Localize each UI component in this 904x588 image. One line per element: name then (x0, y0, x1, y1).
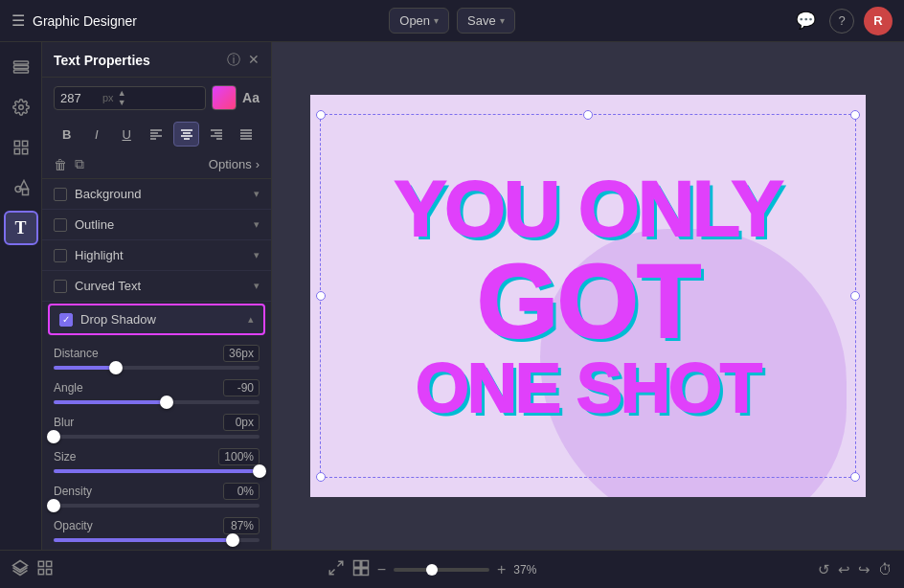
section-background[interactable]: Background ▾ (42, 179, 271, 210)
density-value: 0% (223, 483, 260, 500)
zoom-level: 37% (513, 563, 544, 577)
refresh-button[interactable]: ↺ (818, 561, 830, 578)
zoom-slider[interactable] (394, 568, 489, 572)
fit-button[interactable] (328, 559, 345, 579)
options-row: 🗑 ⧉ Options › (42, 150, 271, 179)
align-right-button[interactable] (203, 122, 229, 147)
drop-shadow-checkbox[interactable] (59, 313, 73, 327)
font-size-arrows: ▲ ▼ (118, 89, 126, 107)
options-button[interactable]: Options › (209, 157, 260, 171)
topbar-center: Open ▾ Save ▾ (389, 8, 514, 34)
svg-rect-6 (14, 149, 19, 154)
grid-toggle-button[interactable] (36, 559, 54, 579)
align-justify-button[interactable] (234, 122, 260, 147)
density-control: Density 0% (54, 483, 260, 508)
blur-label: Blur (54, 416, 74, 429)
background-checkbox[interactable] (54, 188, 67, 201)
section-outline[interactable]: Outline ▾ (42, 210, 271, 240)
text-case-icon[interactable]: Aa (242, 90, 260, 105)
svg-rect-0 (13, 61, 28, 64)
section-curved-text[interactable]: Curved Text ▾ (42, 271, 271, 302)
zoom-in-button[interactable]: + (497, 561, 506, 578)
opacity-control: Opacity 87% (54, 517, 260, 542)
blur-control: Blur 0px (54, 414, 260, 439)
bold-button[interactable]: B (54, 122, 79, 147)
topbar-left: ☰ Graphic Designer (11, 11, 389, 30)
italic-button[interactable]: I (83, 122, 109, 147)
section-drop-shadow[interactable]: Drop Shadow ▴ (48, 304, 265, 335)
sidebar-item-settings[interactable] (4, 90, 38, 124)
highlight-checkbox[interactable] (54, 249, 67, 262)
info-icon[interactable]: ⓘ (227, 52, 240, 69)
outline-chevron-icon: ▾ (254, 218, 260, 231)
topbar: ☰ Graphic Designer Open ▾ Save ▾ 💬 ? R (0, 0, 904, 42)
svg-rect-35 (361, 561, 368, 568)
distance-control: Distance 36px (54, 345, 260, 370)
align-center-button[interactable] (173, 122, 199, 147)
angle-slider[interactable] (54, 400, 260, 404)
delete-icon[interactable]: 🗑 (54, 157, 67, 172)
app-title: Graphic Designer (33, 13, 137, 29)
svg-rect-28 (38, 561, 43, 566)
panel-header: Text Properties ⓘ ✕ (42, 42, 271, 78)
font-size-up[interactable]: ▲ (118, 89, 126, 98)
shadow-controls: Distance 36px Angle -90 (42, 337, 271, 550)
bottom-center: − + 37% (328, 559, 545, 579)
history-button[interactable]: ⏱ (878, 561, 893, 578)
svg-rect-10 (22, 190, 28, 195)
background-label: Background (75, 187, 254, 201)
background-chevron-icon: ▾ (254, 188, 260, 200)
redo-button[interactable]: ↪ (858, 561, 870, 578)
size-slider[interactable] (54, 469, 260, 473)
density-slider[interactable] (54, 504, 260, 508)
open-button[interactable]: Open ▾ (389, 8, 449, 34)
font-size-down[interactable]: ▼ (118, 99, 126, 107)
section-highlight[interactable]: Highlight ▾ (42, 240, 271, 271)
outline-label: Outline (75, 217, 254, 232)
bottom-left (11, 559, 54, 579)
blur-slider[interactable] (54, 435, 260, 439)
sidebar-item-layers[interactable] (4, 50, 38, 84)
save-button[interactable]: Save ▾ (457, 8, 515, 34)
canvas-text: YOU ONLY GOT ONE SHOT (329, 114, 847, 478)
help-button[interactable]: ? (829, 9, 854, 34)
text-color-swatch[interactable] (212, 85, 237, 110)
zoom-thumb[interactable] (426, 564, 438, 576)
bottom-bar: − + 37% ↺ ↩ ↪ ⏱ (0, 550, 904, 588)
arrange-button[interactable] (352, 559, 370, 579)
svg-rect-2 (13, 70, 28, 73)
drop-shadow-label: Drop Shadow (80, 312, 248, 327)
topbar-right: 💬 ? R (515, 7, 893, 35)
font-size-input[interactable]: 287 px ▲ ▼ (54, 86, 206, 110)
duplicate-icon[interactable]: ⧉ (75, 156, 84, 172)
drop-shadow-chevron-icon: ▴ (248, 313, 254, 326)
opacity-slider[interactable] (54, 538, 260, 542)
menu-icon[interactable]: ☰ (11, 11, 25, 30)
bottom-right: ↺ ↩ ↪ ⏱ (818, 561, 893, 578)
canvas-area: YOU ONLY GOT ONE SHOT (272, 42, 904, 550)
underline-button[interactable]: U (114, 122, 140, 147)
curved-text-checkbox[interactable] (54, 280, 67, 293)
distance-value: 36px (223, 345, 260, 362)
align-left-button[interactable] (144, 122, 170, 147)
distance-slider[interactable] (54, 366, 260, 370)
undo-button[interactable]: ↩ (838, 561, 850, 578)
font-size-field[interactable]: 287 (60, 91, 99, 105)
size-value: 100% (218, 448, 260, 465)
svg-rect-37 (361, 569, 368, 576)
chat-button[interactable]: 💬 (792, 7, 820, 34)
opacity-value: 87% (223, 517, 260, 534)
svg-rect-36 (353, 569, 360, 576)
highlight-label: Highlight (75, 248, 254, 262)
layers-toggle-button[interactable] (11, 559, 29, 579)
outline-checkbox[interactable] (54, 218, 67, 232)
zoom-out-button[interactable]: − (377, 561, 386, 578)
font-size-row: 287 px ▲ ▼ Aa (42, 78, 271, 118)
sidebar-item-text[interactable]: T (4, 211, 38, 245)
close-icon[interactable]: ✕ (248, 52, 260, 69)
canvas-container[interactable]: YOU ONLY GOT ONE SHOT (310, 95, 866, 497)
sidebar-item-grid[interactable] (4, 130, 38, 165)
avatar[interactable]: R (864, 7, 893, 35)
sidebar-item-shapes[interactable] (4, 170, 38, 205)
format-row: B I U (42, 118, 271, 150)
